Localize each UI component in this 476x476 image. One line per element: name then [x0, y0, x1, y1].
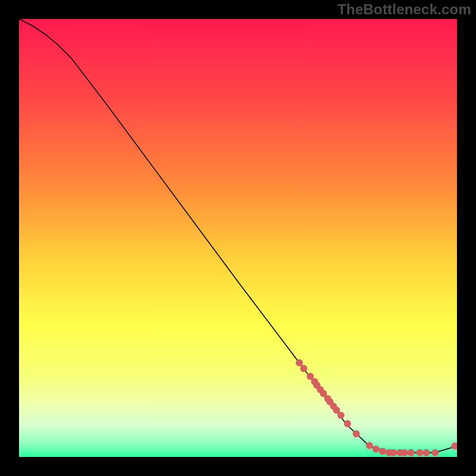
marker-point	[296, 359, 303, 367]
gradient-rect	[19, 19, 457, 457]
marker-point	[337, 412, 345, 419]
marker-point	[390, 449, 397, 456]
marker-point	[408, 449, 415, 456]
marker-point	[416, 449, 423, 456]
marker-point	[401, 449, 408, 456]
marker-point	[353, 430, 360, 437]
marker-point	[431, 449, 439, 456]
marker-point	[344, 420, 351, 427]
marker-point	[300, 365, 307, 372]
marker-point	[422, 449, 430, 456]
marker-point	[366, 442, 373, 449]
chart-frame: TheBottleneck.com	[0, 0, 476, 476]
marker-point	[372, 446, 380, 453]
bottleneck-chart	[19, 19, 457, 457]
watermark-text: TheBottleneck.com	[337, 1, 471, 18]
marker-point	[379, 447, 386, 455]
